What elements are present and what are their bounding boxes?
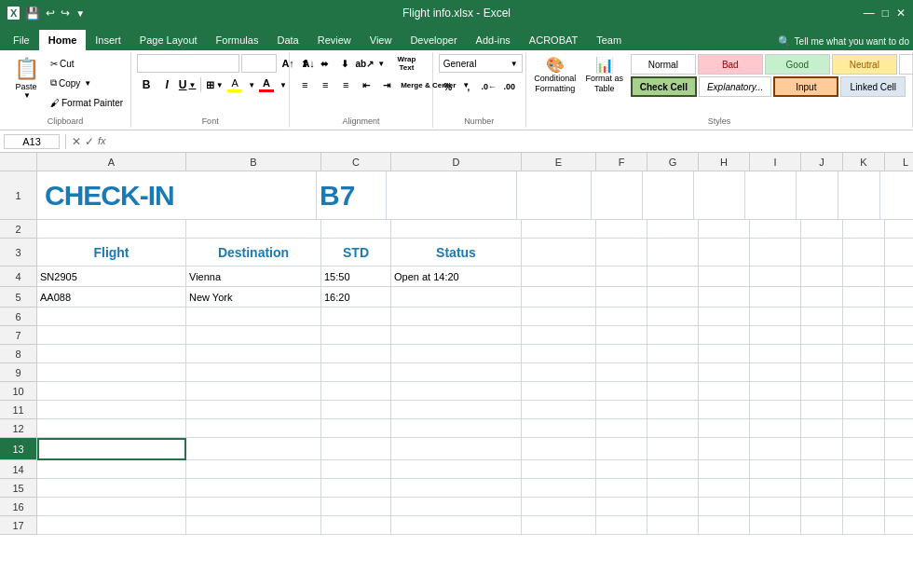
cell-r14-c10[interactable] xyxy=(801,460,843,479)
cell-r16-c7[interactable] xyxy=(647,498,699,516)
cell-r13-c9[interactable] xyxy=(750,438,801,460)
cell-r13-c3[interactable] xyxy=(321,438,391,460)
tab-file[interactable]: File xyxy=(4,30,39,50)
quick-access-more[interactable]: ▼ xyxy=(75,8,85,19)
cell-r3-c5[interactable] xyxy=(522,239,596,267)
cell-r17-c2[interactable] xyxy=(186,516,321,535)
cell-r1-c3[interactable]: B7 xyxy=(317,171,387,220)
row-header-3[interactable]: 3 xyxy=(0,239,37,267)
cell-r8-c3[interactable] xyxy=(321,345,391,363)
insert-function-icon[interactable]: fx xyxy=(98,135,106,148)
style-bad[interactable]: Bad xyxy=(698,54,763,75)
cell-r6-c5[interactable] xyxy=(522,308,596,326)
cell-r17-c9[interactable] xyxy=(750,516,801,535)
cell-r5-c6[interactable] xyxy=(596,287,647,308)
cell-r12-c5[interactable] xyxy=(522,419,596,438)
cell-r17-c11[interactable] xyxy=(843,516,885,535)
cell-r13-c10[interactable] xyxy=(801,438,843,460)
cell-r3-c9[interactable] xyxy=(750,239,801,267)
tell-me-text[interactable]: Tell me what you want to do xyxy=(795,36,909,47)
row-header-5[interactable]: 5 xyxy=(0,287,37,308)
cell-r12-c11[interactable] xyxy=(843,419,885,438)
cell-r16-c2[interactable] xyxy=(186,498,321,516)
cell-r4-c5[interactable] xyxy=(522,267,596,287)
cell-r16-c3[interactable] xyxy=(321,498,391,516)
quick-access-save[interactable]: 💾 xyxy=(25,7,40,21)
cell-r13-c5[interactable] xyxy=(522,438,596,460)
orientation-button[interactable]: ab↗ xyxy=(355,54,374,73)
wrap-text-button[interactable]: Wrap Text xyxy=(387,54,427,73)
cell-r6-c11[interactable] xyxy=(843,308,885,326)
cell-r10-c4[interactable] xyxy=(391,382,522,401)
cell-r5-c1[interactable]: AA088 xyxy=(37,287,186,308)
increase-indent-button[interactable]: ⇥ xyxy=(377,75,396,94)
cell-r2-c11[interactable] xyxy=(843,220,885,239)
cell-r7-c3[interactable] xyxy=(321,326,391,345)
cell-r11-c4[interactable] xyxy=(391,401,522,419)
cell-r15-c11[interactable] xyxy=(843,479,885,498)
cell-r15-c3[interactable] xyxy=(321,479,391,498)
cell-r12-c12[interactable] xyxy=(885,419,913,438)
tab-add-ins[interactable]: Add-ins xyxy=(467,30,520,50)
cell-r8-c4[interactable] xyxy=(391,345,522,363)
align-top-button[interactable]: ⬆ xyxy=(295,54,313,73)
col-header-d[interactable]: D xyxy=(391,153,522,171)
cell-r11-c9[interactable] xyxy=(750,401,801,419)
cell-r2-c9[interactable] xyxy=(750,220,801,239)
cell-r9-c12[interactable] xyxy=(885,363,913,382)
row-header-17[interactable]: 17 xyxy=(0,516,37,535)
cell-r3-c11[interactable] xyxy=(843,239,885,267)
font-color-button[interactable]: A xyxy=(257,75,276,94)
col-header-k[interactable]: K xyxy=(843,153,885,171)
cell-r1-c1[interactable]: CHECK-IN xyxy=(37,171,317,220)
cell-r14-c7[interactable] xyxy=(647,460,699,479)
cell-r6-c10[interactable] xyxy=(801,308,843,326)
cell-r5-c11[interactable] xyxy=(843,287,885,308)
tab-developer[interactable]: Developer xyxy=(401,30,466,50)
cell-r4-c10[interactable] xyxy=(801,267,843,287)
cell-r16-c6[interactable] xyxy=(596,498,647,516)
cell-r17-c8[interactable] xyxy=(699,516,750,535)
cell-r3-c8[interactable] xyxy=(699,239,750,267)
decrease-indent-button[interactable]: ⇤ xyxy=(357,75,375,94)
cell-r8-c12[interactable] xyxy=(885,345,913,363)
cell-r6-c8[interactable] xyxy=(699,308,750,326)
cell-r13-c8[interactable] xyxy=(699,438,750,460)
cell-r15-c6[interactable] xyxy=(596,479,647,498)
underline-button[interactable]: U▼ xyxy=(178,75,197,94)
cell-r15-c4[interactable] xyxy=(391,479,522,498)
cell-r11-c3[interactable] xyxy=(321,401,391,419)
cell-r5-c2[interactable]: New York xyxy=(186,287,321,308)
cell-r1-c5[interactable] xyxy=(517,171,592,220)
col-header-e[interactable]: E xyxy=(522,153,596,171)
cell-r16-c8[interactable] xyxy=(699,498,750,516)
row-header-14[interactable]: 14 xyxy=(0,460,37,479)
style-linked-cell[interactable]: Linked Cell xyxy=(840,76,906,97)
cell-r11-c1[interactable] xyxy=(37,401,186,419)
cell-r1-c7[interactable] xyxy=(643,171,694,220)
cell-r15-c9[interactable] xyxy=(750,479,801,498)
col-header-c[interactable]: C xyxy=(321,153,391,171)
cell-r10-c11[interactable] xyxy=(843,382,885,401)
row-header-9[interactable]: 9 xyxy=(0,363,37,382)
cell-r16-c12[interactable] xyxy=(885,498,913,516)
cell-r2-c1[interactable] xyxy=(37,220,186,239)
cell-r17-c3[interactable] xyxy=(321,516,391,535)
cell-r5-c4[interactable] xyxy=(391,287,522,308)
row-header-10[interactable]: 10 xyxy=(0,382,37,401)
cell-r10-c1[interactable] xyxy=(37,382,186,401)
border-button[interactable]: ⊞▼ xyxy=(205,75,224,94)
cell-r8-c1[interactable] xyxy=(37,345,186,363)
cell-r1-c9[interactable] xyxy=(745,171,797,220)
cell-r8-c11[interactable] xyxy=(843,345,885,363)
cell-r13-c4[interactable] xyxy=(391,438,522,460)
cell-r17-c7[interactable] xyxy=(647,516,699,535)
cell-r14-c9[interactable] xyxy=(750,460,801,479)
orientation-dropdown[interactable]: ▼ xyxy=(377,60,385,68)
close-button[interactable]: ✕ xyxy=(896,7,906,20)
row-header-7[interactable]: 7 xyxy=(0,326,37,345)
cell-r15-c5[interactable] xyxy=(522,479,596,498)
cell-r11-c11[interactable] xyxy=(843,401,885,419)
cell-r4-c6[interactable] xyxy=(596,267,647,287)
cell-r6-c4[interactable] xyxy=(391,308,522,326)
